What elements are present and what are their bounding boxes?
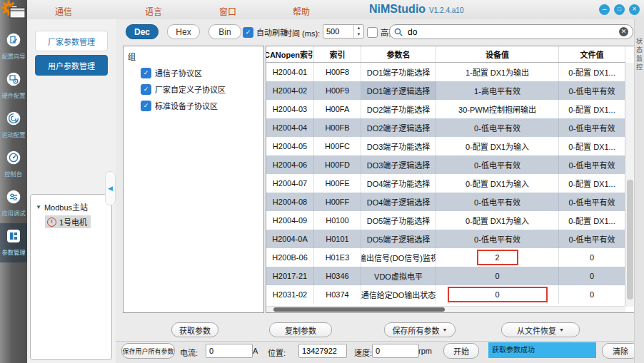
table-cell[interactable]: H0374 (314, 285, 361, 304)
table-cell[interactable]: 0-低电平有效 (436, 230, 559, 248)
table-row[interactable]: H2004-05H00FCDO3端子功能选择0-配置 DX1为输入0-配置 DX… (266, 137, 625, 155)
table-cell[interactable]: H00FE (314, 174, 361, 193)
table-cell[interactable]: 1-高电平有效 (436, 81, 559, 100)
speed-input[interactable] (372, 344, 419, 358)
maximize-icon[interactable]: □ (614, 4, 625, 15)
table-cell[interactable]: 0-配置 DX1... (559, 63, 625, 81)
collapse-panel-tab[interactable]: ◀ (105, 171, 116, 205)
table-row[interactable]: H2004-02H00F9DO1端子逻辑选择1-高电平有效0-低电平有效 (266, 81, 625, 100)
search-input[interactable] (406, 26, 615, 38)
table-cell[interactable]: DO4端子逻辑选择 (361, 193, 436, 211)
table-cell[interactable]: H0100 (314, 211, 361, 230)
table-cell[interactable]: 0-配置 DX1... (559, 100, 625, 118)
menubar-item[interactable]: 窗口 (219, 5, 236, 17)
table-cell[interactable]: 0-低电平有效 (559, 155, 625, 174)
sidebar-item-5[interactable]: 应用调试 (0, 184, 27, 223)
table-row[interactable]: H2004-01H00F8DO1端子功能选择1-配置 DX1为输出0-配置 DX… (266, 63, 625, 81)
spin-down-icon[interactable]: ▼ (354, 31, 363, 38)
table-cell[interactable]: DO5端子功能选择 (361, 211, 436, 230)
menubar-item[interactable]: 通信 (55, 5, 72, 17)
table-cell[interactable]: 30-PWM控制抱闸输出 (436, 100, 559, 118)
table-cell[interactable]: DO1端子逻辑选择 (361, 81, 436, 100)
table-cell[interactable]: H2017-21 (266, 267, 314, 285)
table-cell[interactable]: 0-低电平有效 (436, 118, 559, 137)
tree-node-motor[interactable]: ! 1号电机 (45, 215, 91, 228)
table-row[interactable]: H2004-08H00FFDO4端子逻辑选择0-低电平有效0-低电平有效 (266, 193, 625, 211)
tree-node-modbus[interactable]: ▼ Modbus主站 (36, 201, 111, 213)
table-cell[interactable]: 0-低电平有效 (559, 118, 625, 137)
table-cell[interactable]: H2004-0A (266, 230, 314, 248)
table-cell[interactable]: 0-低电平有效 (559, 230, 625, 248)
table-cell[interactable]: H2004-02 (266, 81, 314, 100)
checkbox-icon[interactable]: ✓ (141, 84, 151, 95)
vertical-scrollbar[interactable] (625, 63, 635, 307)
sidebar-item-3[interactable]: 运动配置 (0, 106, 27, 145)
table-cell[interactable]: 0-低电平有效 (436, 193, 559, 211)
table-row[interactable]: H2031-02H0374通信给定DO输出状态00 (266, 285, 625, 304)
time-input[interactable] (323, 25, 353, 38)
table-cell[interactable]: 0-配置 DX1... (559, 137, 625, 155)
highlight-checkbox[interactable] (367, 27, 378, 38)
table-cell[interactable]: H2004-08 (266, 193, 314, 211)
table-row[interactable]: H2004-0AH0101DO5端子逻辑选择0-低电平有效0-低电平有效 (266, 230, 625, 248)
table-cell[interactable]: H2004-07 (266, 174, 314, 193)
table-row[interactable]: H2004-09H0100DO5端子功能选择0-配置 DX1为输入0-配置 DX… (266, 211, 625, 230)
table-row[interactable]: H2004-04H00FBDO2端子逻辑选择0-低电平有效0-低电平有效 (266, 118, 625, 137)
table-row[interactable]: H2004-03H00FADO2端子功能选择30-PWM控制抱闸输出0-配置 D… (266, 100, 625, 118)
nav-tab-2[interactable]: 用户参数管理 (35, 55, 108, 76)
sidebar-item-4[interactable]: 控制台 (0, 145, 27, 184)
radix-button-hex[interactable]: Hex (167, 24, 200, 39)
table-cell[interactable]: H0101 (314, 230, 361, 248)
table-cell[interactable]: H2004-03 (266, 100, 314, 118)
table-cell[interactable]: H2004-01 (266, 63, 314, 81)
table-cell[interactable]: 0-低电平有效 (436, 155, 559, 174)
sidebar-item-2[interactable]: 硬件配置 (0, 66, 27, 106)
table-row[interactable]: H2004-06H00FDDO3端子逻辑选择0-低电平有效0-低电平有效 (266, 155, 625, 174)
time-spinner[interactable]: ▲ ▼ (323, 24, 364, 39)
table-cell[interactable]: 0-配置 DX1为输入 (436, 211, 559, 230)
table-cell[interactable]: H2004-09 (266, 211, 314, 230)
restore-from-file-button[interactable]: 从文件恢复▼ (501, 322, 580, 337)
save-all-params-button[interactable]: 保存所有参数▼ (384, 322, 456, 337)
table-row[interactable]: H2004-07H00FEDO4端子功能选择0-配置 DX1为输入0-配置 DX… (266, 174, 625, 193)
radix-button-dec[interactable]: Dec (126, 24, 159, 39)
table-cell[interactable]: DO3端子功能选择 (361, 137, 436, 155)
table-cell[interactable]: 0 (559, 267, 625, 285)
radix-button-bin[interactable]: Bin (208, 24, 241, 39)
table-cell[interactable]: H00F9 (314, 81, 361, 100)
clear-search-icon[interactable]: ✕ (619, 27, 628, 36)
table-cell[interactable]: DO3端子逻辑选择 (361, 155, 436, 174)
table-cell[interactable]: 0-配置 DX1为输入 (436, 137, 559, 155)
table-cell[interactable]: H00FB (314, 118, 361, 137)
table-cell[interactable]: DO2端子功能选择 (361, 100, 436, 118)
table-cell[interactable]: H01E3 (314, 248, 361, 267)
table-cell[interactable]: H00F8 (314, 63, 361, 81)
get-params-button[interactable]: 获取参数 (171, 322, 218, 337)
table-cell[interactable]: 0 (436, 285, 559, 304)
table-cell[interactable]: H2004-05 (266, 137, 314, 155)
table-cell[interactable]: H00FA (314, 100, 361, 118)
table-cell[interactable]: DO2端子逻辑选择 (361, 118, 436, 137)
table-cell[interactable]: H00FF (314, 193, 361, 211)
collapse-left-icon[interactable]: ◀ (108, 185, 113, 192)
copy-params-button[interactable]: 复制参数 (269, 322, 332, 337)
table-cell[interactable]: 2 (436, 248, 559, 267)
table-cell[interactable]: 0-低电平有效 (559, 193, 625, 211)
spin-up-icon[interactable]: ▲ (354, 25, 363, 31)
table-row[interactable]: H200B-06H01E3输出信号(DO信号)监视20 (266, 248, 625, 267)
sidebar-item-6[interactable]: 参数管理 (0, 223, 27, 262)
table-cell[interactable]: H0346 (314, 267, 361, 285)
save-user-params-button[interactable]: 保存用户所有参数 (121, 343, 175, 359)
auto-refresh-toggle[interactable]: ✓ 自动刷新 (243, 26, 288, 38)
vertical-scroll-thumb[interactable] (627, 180, 633, 300)
table-cell[interactable]: DO4端子功能选择 (361, 174, 436, 193)
table-cell[interactable]: H200B-06 (266, 248, 314, 267)
table-cell[interactable]: 0-低电平有效 (559, 81, 625, 100)
table-cell[interactable]: 0-配置 DX1... (559, 174, 625, 193)
table-cell[interactable]: 1-配置 DX1为输出 (436, 63, 559, 81)
table-cell[interactable]: DO1端子功能选择 (361, 63, 436, 81)
menubar-item[interactable]: 帮助 (293, 5, 310, 17)
table-cell[interactable]: 通信给定DO输出状态 (361, 285, 436, 304)
table-cell[interactable]: DO5端子逻辑选择 (361, 230, 436, 248)
table-cell[interactable]: VDO虚拟电平 (361, 267, 436, 285)
